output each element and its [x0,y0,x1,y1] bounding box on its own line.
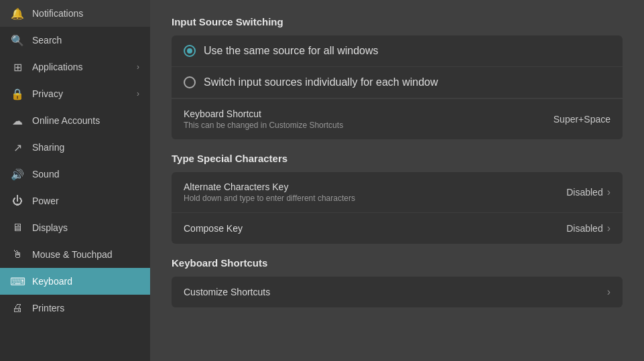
radio-row-individual[interactable]: Switch input sources individually for ea… [172,67,623,98]
type-special-characters-title: Type Special Characters [172,153,623,164]
keyboard-icon: ⌨ [11,275,24,288]
sharing-icon: ↗ [11,141,24,154]
keyboard-shortcut-row: Keyboard Shortcut This can be changed in… [172,98,623,139]
sidebar-label-mouse-touchpad: Mouse & Touchpad [32,249,113,260]
sidebar-item-search[interactable]: 🔍Search [0,27,150,54]
sidebar-label-sound: Sound [32,169,59,179]
sidebar-label-displays: Displays [32,222,68,233]
alternate-characters-title: Alternate Characters Key [184,182,566,192]
radio-same-source[interactable] [184,45,196,57]
compose-key-chevron-icon: › [607,222,610,234]
input-source-switching-card: Use the same source for all windows Swit… [172,35,623,139]
sidebar-item-online-accounts[interactable]: ☁Online Accounts [0,107,150,134]
sidebar: 🔔Notifications🔍Search⊞Applications›🔒Priv… [0,0,150,361]
shortcut-title: Keyboard Shortcut [184,109,554,119]
type-special-characters-card: Alternate Characters Key Hold down and t… [172,172,623,244]
power-icon: ⏻ [11,194,24,208]
main-content: Input Source Switching Use the same sour… [150,0,644,361]
radio-row-same-source[interactable]: Use the same source for all windows [172,35,623,67]
applications-chevron-icon: › [137,62,139,72]
privacy-icon: 🔒 [11,87,24,100]
alternate-characters-desc: Hold down and type to enter different ch… [184,194,566,203]
online-accounts-icon: ☁ [11,114,24,127]
compose-key-title: Compose Key [184,223,566,234]
sidebar-label-online-accounts: Online Accounts [32,115,100,126]
alternate-characters-status: Disabled [566,187,602,198]
sidebar-label-privacy: Privacy [32,88,63,99]
shortcut-desc: This can be changed in Customize Shortcu… [184,121,554,130]
compose-key-status: Disabled [566,223,602,234]
search-icon: 🔍 [11,33,24,47]
sidebar-item-displays[interactable]: 🖥Displays [0,214,150,241]
privacy-chevron-icon: › [137,89,139,98]
printers-icon: 🖨 [11,301,24,315]
sidebar-item-sound[interactable]: 🔊Sound [0,161,150,188]
alternate-characters-chevron-icon: › [607,186,610,198]
sidebar-label-sharing: Sharing [32,142,64,153]
input-source-switching-title: Input Source Switching [172,16,623,27]
customize-shortcuts-chevron-icon: › [607,286,610,298]
displays-icon: 🖥 [11,221,24,234]
applications-icon: ⊞ [11,60,24,74]
sidebar-item-sharing[interactable]: ↗Sharing [0,134,150,161]
shortcut-info: Keyboard Shortcut This can be changed in… [184,109,554,130]
alternate-characters-info: Alternate Characters Key Hold down and t… [184,182,566,203]
sidebar-item-power[interactable]: ⏻Power [0,188,150,214]
sidebar-item-keyboard[interactable]: ⌨Keyboard [0,268,150,295]
compose-key-row[interactable]: Compose Key Disabled › [172,213,623,244]
alternate-characters-row[interactable]: Alternate Characters Key Hold down and t… [172,172,623,213]
sidebar-item-printers[interactable]: 🖨Printers [0,295,150,321]
sidebar-label-printers: Printers [32,303,64,313]
sidebar-item-mouse-touchpad[interactable]: 🖱Mouse & Touchpad [0,241,150,268]
sidebar-item-notifications[interactable]: 🔔Notifications [0,0,150,27]
radio-individual[interactable] [184,76,196,88]
sidebar-label-notifications: Notifications [32,8,83,19]
sidebar-label-power: Power [32,196,59,206]
keyboard-shortcuts-card: Customize Shortcuts › [172,277,623,307]
keyboard-shortcuts-title: Keyboard Shortcuts [172,257,623,269]
sidebar-label-search: Search [32,35,62,46]
customize-shortcuts-row[interactable]: Customize Shortcuts › [172,277,623,307]
sidebar-label-keyboard: Keyboard [32,276,72,287]
sidebar-item-applications[interactable]: ⊞Applications› [0,54,150,80]
sound-icon: 🔊 [11,167,24,181]
shortcut-value: Super+Space [554,114,610,125]
customize-shortcuts-label: Customize Shortcuts [184,287,607,297]
compose-key-info: Compose Key [184,223,566,234]
sidebar-label-applications: Applications [32,62,83,72]
sidebar-item-privacy[interactable]: 🔒Privacy› [0,80,150,107]
mouse-touchpad-icon: 🖱 [11,248,24,261]
radio-same-source-label: Use the same source for all windows [204,45,379,57]
radio-individual-label: Switch input sources individually for ea… [204,76,438,88]
notifications-icon: 🔔 [11,7,24,20]
